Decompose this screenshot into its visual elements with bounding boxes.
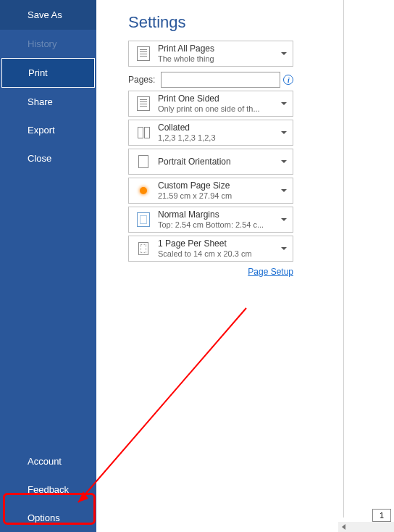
sidebar-item-share[interactable]: Share bbox=[0, 88, 96, 116]
sidebar-item-print[interactable]: Print bbox=[1, 58, 95, 88]
setting-line2: Only print on one side of th... bbox=[158, 104, 278, 114]
onesided-icon bbox=[129, 96, 158, 111]
margins-icon bbox=[129, 212, 158, 227]
sidebar-top: Save As History Print Share Export Close bbox=[0, 0, 96, 173]
chevron-down-icon bbox=[281, 189, 287, 192]
pages-label: Pages: bbox=[128, 75, 155, 85]
pagesize-selector[interactable]: Custom Page Size 21.59 cm x 27.94 cm bbox=[128, 178, 293, 204]
pages-input[interactable] bbox=[161, 72, 280, 88]
divider bbox=[343, 0, 344, 518]
page-number-input[interactable]: 1 bbox=[372, 509, 391, 522]
chevron-down-icon bbox=[281, 247, 287, 250]
page-setup-link[interactable]: Page Setup bbox=[128, 267, 293, 277]
setting-line1: Custom Page Size bbox=[158, 180, 278, 191]
setting-line1: Print All Pages bbox=[158, 43, 278, 54]
setting-line1: Normal Margins bbox=[158, 209, 278, 220]
setting-line2: 21.59 cm x 27.94 cm bbox=[158, 191, 278, 201]
horizontal-scrollbar[interactable] bbox=[338, 522, 394, 532]
chevron-down-icon bbox=[281, 160, 287, 163]
sidebar-item-options[interactable]: Options bbox=[0, 504, 96, 532]
sidebar-item-export[interactable]: Export bbox=[0, 116, 96, 144]
chevron-down-icon bbox=[281, 102, 287, 105]
setting-line1: Collated bbox=[158, 122, 278, 133]
setting-line2: Scaled to 14 cm x 20.3 cm bbox=[158, 249, 278, 259]
chevron-down-icon bbox=[281, 218, 287, 221]
pages-row: Pages: i bbox=[128, 72, 362, 88]
sidebar-bottom: Account Feedback Options bbox=[0, 447, 96, 532]
collation-selector[interactable]: Collated 1,2,3 1,2,3 1,2,3 bbox=[128, 120, 293, 146]
setting-line2: 1,2,3 1,2,3 1,2,3 bbox=[158, 133, 278, 143]
custom-icon bbox=[129, 187, 158, 194]
orientation-selector[interactable]: Portrait Orientation bbox=[128, 149, 293, 175]
sidebar-item-close[interactable]: Close bbox=[0, 144, 96, 173]
chevron-down-icon bbox=[281, 52, 287, 55]
pagesheet-selector[interactable]: 1 Page Per Sheet Scaled to 14 cm x 20.3 … bbox=[128, 236, 293, 262]
sidebar-item-history[interactable]: History bbox=[0, 30, 96, 58]
sheet-icon bbox=[129, 242, 158, 255]
settings-title: Settings bbox=[128, 0, 362, 38]
sidebar-item-feedback[interactable]: Feedback bbox=[0, 475, 96, 504]
scroll-left-icon[interactable] bbox=[338, 522, 348, 532]
setting-line2: Top: 2.54 cm Bottom: 2.54 c... bbox=[158, 220, 278, 230]
setting-line1: Portrait Orientation bbox=[158, 157, 278, 167]
backstage-sidebar: Save As History Print Share Export Close… bbox=[0, 0, 96, 532]
sidebar-item-account[interactable]: Account bbox=[0, 447, 96, 475]
portrait-icon bbox=[129, 155, 158, 168]
setting-line1: 1 Page Per Sheet bbox=[158, 238, 278, 249]
setting-line2: The whole thing bbox=[158, 54, 278, 64]
collated-icon bbox=[129, 127, 158, 138]
setting-line1: Print One Sided bbox=[158, 93, 278, 104]
print-what-selector[interactable]: Print All Pages The whole thing bbox=[128, 41, 293, 67]
chevron-down-icon bbox=[281, 131, 287, 134]
pages-icon bbox=[129, 46, 158, 61]
sidebar-item-saveas[interactable]: Save As bbox=[0, 0, 96, 30]
info-icon[interactable]: i bbox=[283, 75, 293, 85]
margins-selector[interactable]: Normal Margins Top: 2.54 cm Bottom: 2.54… bbox=[128, 207, 293, 233]
sides-selector[interactable]: Print One Sided Only print on one side o… bbox=[128, 91, 293, 117]
